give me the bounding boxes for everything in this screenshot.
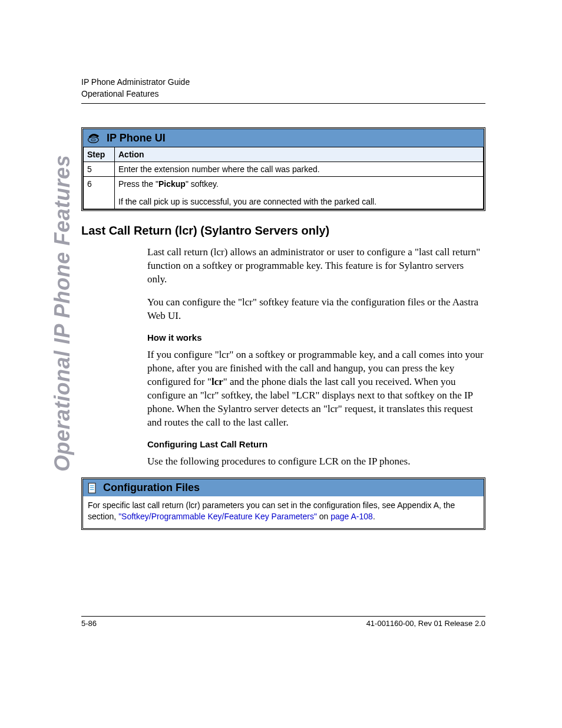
step-action: Enter the extension number where the cal…	[115, 162, 484, 177]
panel-title: Configuration Files	[103, 482, 200, 494]
step-number: 6	[84, 177, 115, 209]
page: IP Phone Administrator Guide Operational…	[0, 0, 562, 728]
page-number: 5-86	[81, 619, 97, 628]
paragraph: You can configure the "lcr" softkey feat…	[147, 296, 485, 323]
svg-rect-1	[91, 139, 95, 141]
table-row: 5 Enter the extension number where the c…	[84, 162, 484, 177]
document-icon	[87, 482, 98, 494]
step-number: 5	[84, 162, 115, 177]
paragraph: Use the following procedures to configur…	[147, 455, 485, 469]
panel-body: For specific last call return (lcr) para…	[83, 496, 484, 528]
running-header: IP Phone Administrator Guide Operational…	[81, 77, 485, 100]
subheading-configuring: Configuring Last Call Return	[147, 439, 485, 449]
panel-title: IP Phone UI	[107, 132, 166, 144]
header-line-1: IP Phone Administrator Guide	[81, 77, 485, 88]
phone-icon	[87, 131, 102, 144]
paragraph: Last call return (lcr) allows an adminis…	[147, 246, 485, 286]
body-column: Last call return (lcr) allows an adminis…	[147, 246, 485, 468]
subheading-how-it-works: How it works	[147, 332, 485, 342]
panel-header: IP Phone UI	[83, 129, 484, 147]
table-row: 6 Press the "Pickup" softkey. If the cal…	[84, 177, 484, 209]
page-link[interactable]: page A-108	[330, 512, 373, 521]
col-action: Action	[115, 147, 484, 162]
col-step: Step	[84, 147, 115, 162]
table-header-row: Step Action	[84, 147, 484, 162]
footer: 5-86 41-001160-00, Rev 01 Release 2.0	[81, 616, 485, 628]
header-line-2: Operational Features	[81, 88, 485, 100]
side-tab: Operational IP Phone Features	[50, 155, 75, 472]
header-rule	[81, 103, 485, 104]
doc-revision: 41-001160-00, Rev 01 Release 2.0	[366, 619, 485, 628]
section-heading: Last Call Return (lcr) (Sylantro Servers…	[81, 224, 485, 238]
svg-point-0	[88, 137, 98, 143]
paragraph: If you configure "lcr" on a softkey or p…	[147, 348, 485, 430]
steps-table: Step Action 5 Enter the extension number…	[83, 147, 484, 209]
svg-rect-2	[88, 483, 95, 493]
xref-link[interactable]: "Softkey/Programmable Key/Feature Key Pa…	[118, 512, 317, 521]
footer-rule	[81, 616, 485, 617]
step-action: Press the "Pickup" softkey. If the call …	[115, 177, 484, 209]
ip-phone-ui-panel: IP Phone UI Step Action 5 Enter the exte…	[81, 127, 485, 211]
panel-header: Configuration Files	[83, 479, 484, 496]
configuration-files-panel: Configuration Files For specific last ca…	[81, 477, 485, 530]
